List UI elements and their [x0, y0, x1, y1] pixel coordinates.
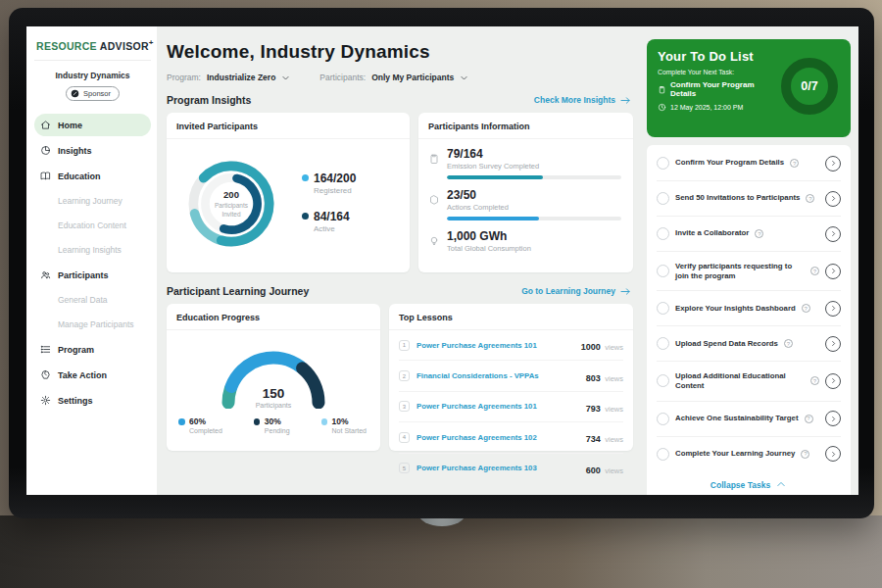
lesson-link[interactable]: Power Purchase Agreements 101 [416, 402, 579, 411]
invited-donut-chart: 200 Participants Invited [174, 147, 288, 261]
participants-information-card: Participants Information 79/164 Emission… [418, 113, 633, 272]
lesson-row: 4 Power Purchase Agreements 102 734 view… [399, 422, 623, 453]
help-icon[interactable]: ? [805, 415, 813, 423]
insights-icon [40, 145, 51, 156]
lesson-link[interactable]: Financial Considerations - VPPAs [416, 371, 579, 380]
todo-progress-ring: 0/7 [778, 55, 841, 118]
program-dropdown[interactable]: Program: Industrialize Zero [167, 73, 290, 82]
help-icon[interactable]: ? [810, 267, 819, 275]
task-label: Send 50 Invitations to Participants [675, 193, 800, 203]
help-icon[interactable]: ? [801, 450, 809, 459]
task-open-button[interactable] [825, 301, 841, 317]
learning-journey-header: Participant Learning Journey Go to Learn… [167, 285, 631, 297]
task-open-button[interactable] [825, 446, 841, 462]
todo-title: Your To Do List [658, 49, 778, 64]
task-row-verify-participants: Verify participants requesting to join t… [657, 252, 841, 291]
help-icon[interactable]: ? [784, 339, 793, 348]
consumption-value: 1,000 GWh [447, 229, 621, 243]
sidebar-item-program[interactable]: Program [34, 338, 151, 361]
lesson-link[interactable]: Power Purchase Agreements 103 [416, 464, 579, 472]
task-row-send-invitations: Send 50 Invitations to Participants ? [657, 181, 841, 217]
lesson-rank: 3 [399, 401, 410, 412]
lesson-row: 2 Financial Considerations - VPPAs 803 v… [399, 361, 623, 391]
section-title-program-insights: Program Insights [167, 94, 251, 106]
task-open-button[interactable] [825, 226, 841, 242]
emission-survey-label: Emission Survey Completed [447, 162, 621, 171]
sidebar-item-settings[interactable]: Settings [34, 389, 151, 412]
education-progress-title: Education Progress [167, 304, 380, 330]
task-checkbox[interactable] [657, 157, 669, 170]
task-checkbox[interactable] [657, 265, 669, 277]
participants-dropdown[interactable]: Participants: Only My Participants [319, 73, 468, 82]
sidebar-item-label: Insights [58, 146, 92, 156]
todo-next-task-label: Confirm Your Program Details [670, 80, 778, 98]
sidebar-item-learning-insights[interactable]: Learning Insights [34, 239, 151, 262]
task-open-button[interactable] [825, 373, 841, 389]
education-legend: 60% Completed 30% Pending [167, 409, 380, 434]
task-label: Invite a Collaborator [675, 228, 749, 238]
task-open-button[interactable] [825, 411, 841, 426]
check-more-insights-link[interactable]: Check More Insights [534, 95, 631, 105]
help-icon[interactable]: ? [810, 376, 819, 385]
sidebar-item-education-content[interactable]: Education Content [34, 215, 151, 237]
help-icon[interactable]: ? [806, 194, 814, 203]
sidebar-item-learning-journey[interactable]: Learning Journey [34, 190, 151, 213]
sidebar-item-take-action[interactable]: Take Action [34, 364, 151, 386]
lesson-link[interactable]: Power Purchase Agreements 101 [416, 341, 574, 350]
task-row-confirm-program: Confirm Your Program Details ? [657, 146, 841, 181]
task-open-button[interactable] [825, 336, 841, 352]
task-checkbox[interactable] [657, 227, 669, 240]
check-more-insights-label: Check More Insights [534, 95, 615, 105]
sponsor-badge[interactable]: Sponsor [66, 86, 120, 101]
task-open-button[interactable] [825, 191, 841, 207]
task-row-invite-collaborator: Invite a Collaborator ? [657, 217, 841, 252]
actions-label: Actions Completed [447, 203, 621, 212]
task-label: Confirm Your Program Details [675, 158, 784, 168]
task-checkbox[interactable] [657, 374, 669, 387]
lesson-row: 1 Power Purchase Agreements 101 1000 vie… [399, 330, 623, 361]
task-checkbox[interactable] [657, 448, 669, 461]
participants-information-title: Participants Information [418, 113, 633, 139]
info-row-emission-survey: 79/164 Emission Survey Completed [428, 147, 621, 179]
active-label: Active [314, 224, 356, 233]
completed-pct: 60% [189, 416, 222, 426]
collapse-tasks-link[interactable]: Collapse Tasks [657, 471, 841, 496]
sidebar-item-participants[interactable]: Participants [34, 264, 151, 286]
consumption-label: Total Global Consumption [447, 244, 621, 253]
lesson-views-word: views [605, 343, 623, 352]
registered-value: 164/200 [314, 172, 356, 185]
help-icon[interactable]: ? [755, 229, 763, 238]
lesson-rank: 2 [399, 370, 410, 381]
task-open-button[interactable] [825, 264, 841, 279]
invited-total-value: 200 [223, 189, 239, 200]
task-checkbox[interactable] [657, 302, 669, 315]
task-checkbox[interactable] [657, 337, 669, 350]
chevron-up-icon [776, 480, 787, 489]
go-to-learning-journey-link[interactable]: Go to Learning Journey [521, 286, 631, 296]
todo-next-task: Confirm Your Program Details [658, 80, 778, 98]
program-insights-header: Program Insights Check More Insights [167, 94, 631, 106]
lesson-views-count: 803 [586, 373, 601, 383]
sidebar-item-home[interactable]: Home [34, 114, 151, 136]
sidebar-item-insights[interactable]: Insights [34, 139, 151, 162]
lesson-rank: 1 [399, 340, 410, 351]
task-open-button[interactable] [825, 156, 841, 172]
sidebar-item-manage-participants[interactable]: Manage Participants [34, 314, 151, 336]
task-label: Explore Your Insights Dashboard [675, 304, 796, 314]
sidebar-item-general-data[interactable]: General Data [34, 289, 151, 312]
sidebar-item-education[interactable]: Education [34, 165, 151, 187]
gauge-center: 150 Participants [205, 386, 342, 409]
registered-dot-icon [302, 174, 309, 181]
lesson-link[interactable]: Power Purchase Agreements 102 [416, 433, 579, 442]
invited-total-label: Participants Invited [205, 202, 258, 218]
lesson-views-count: 793 [586, 404, 601, 414]
not-started-label: Not Started [332, 427, 367, 434]
help-icon[interactable]: ? [790, 159, 799, 168]
participants-filter-value: Only My Participants [371, 73, 454, 82]
logo-resource: RESOURCE [36, 40, 97, 52]
task-checkbox[interactable] [657, 413, 669, 425]
task-checkbox[interactable] [657, 192, 669, 205]
not-started-pct: 10% [332, 416, 367, 426]
help-icon[interactable]: ? [802, 304, 810, 313]
actions-value: 23/50 [447, 188, 621, 202]
